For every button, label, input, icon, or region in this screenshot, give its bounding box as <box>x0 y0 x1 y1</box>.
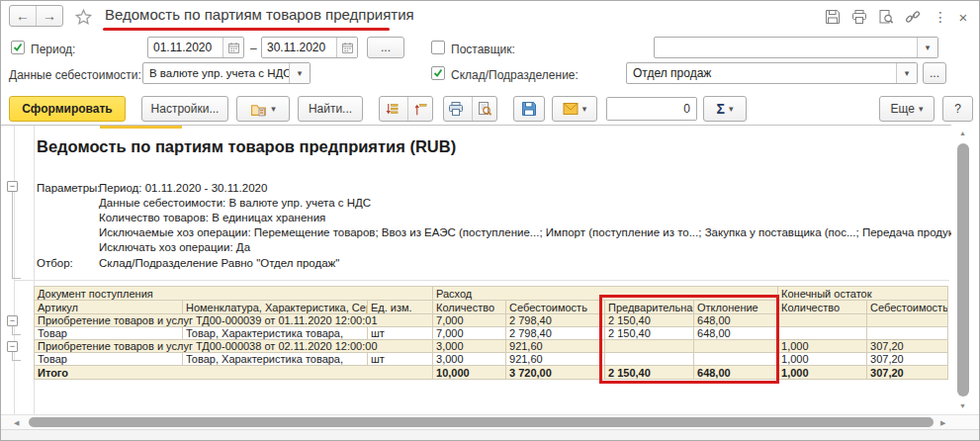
table-cell[interactable]: 7,000 <box>433 314 506 327</box>
horizontal-scrollbar-thumb[interactable] <box>29 417 934 427</box>
date-from-field[interactable] <box>147 37 244 58</box>
table-cell[interactable] <box>867 327 948 340</box>
help-button[interactable]: ? <box>942 96 973 122</box>
column-header[interactable]: Себестоимость <box>867 301 948 314</box>
table-cell[interactable]: 1,000 <box>778 366 867 380</box>
supplier-dropdown-button[interactable]: ▾ <box>917 38 937 57</box>
supplier-label: Поставщик: <box>451 43 515 56</box>
report-variants-button[interactable]: ▾ <box>236 96 290 122</box>
send-email-button[interactable]: ▾ <box>552 96 597 122</box>
find-button[interactable]: Найти... <box>298 96 363 122</box>
warehouse-combo[interactable]: Отдел продаж ▾ <box>626 62 918 84</box>
supplier-input[interactable] <box>655 38 917 57</box>
column-header[interactable]: Номенклатура, Характеристика, Серия <box>183 301 368 314</box>
save-result-button[interactable] <box>513 96 545 122</box>
period-more-button[interactable]: ... <box>367 37 404 58</box>
back-button[interactable]: ← <box>10 6 37 26</box>
autosum-button[interactable]: Σ ▾ <box>703 96 747 122</box>
column-header[interactable]: Ед. изм. <box>368 301 433 314</box>
column-header[interactable]: Себестоимость <box>506 301 605 314</box>
more-button[interactable]: Еще ▾ <box>879 96 935 122</box>
table-cell[interactable]: 2 798,40 <box>506 327 605 340</box>
table-cell[interactable]: 3,000 <box>433 353 506 366</box>
table-cell[interactable]: шт <box>368 327 433 340</box>
table-cell[interactable]: 7,000 <box>433 327 506 340</box>
scroll-up-icon[interactable]: ▲ <box>959 130 966 136</box>
sum-indicator[interactable] <box>606 97 697 121</box>
printer-icon <box>448 101 464 117</box>
table-cell[interactable] <box>778 327 867 340</box>
period-checkbox[interactable] <box>11 41 25 54</box>
print-window-button[interactable] <box>848 7 870 27</box>
table-cell[interactable]: 921,60 <box>506 340 605 353</box>
table-cell[interactable]: Товар, Характеристика товара, <box>183 353 368 366</box>
table-cell[interactable]: Приобретение товаров и услуг ТД00-000038… <box>35 340 433 353</box>
table-cell[interactable]: 3 720,00 <box>506 366 605 380</box>
date-from-input[interactable] <box>148 38 223 57</box>
table-cell[interactable]: 307,20 <box>867 340 948 353</box>
cost-data-combo[interactable]: В валюте упр. учета с НДС ▾ <box>142 62 311 84</box>
settings-button[interactable]: Настройки... <box>141 96 228 122</box>
check-icon <box>432 67 444 79</box>
table-cell[interactable]: Товар <box>35 353 183 366</box>
scroll-down-icon[interactable]: ▼ <box>959 402 966 409</box>
table-group-header[interactable]: Документ поступления <box>35 287 433 301</box>
favorite-button[interactable] <box>72 6 94 28</box>
table-group-header[interactable]: Конечный остаток <box>778 287 948 301</box>
collapse-group-button[interactable]: − <box>7 341 18 352</box>
collapse-group-button[interactable]: − <box>7 181 18 192</box>
cost-data-dropdown-button[interactable]: ▾ <box>289 63 310 83</box>
warehouse-checkbox[interactable] <box>431 66 445 80</box>
date-to-field[interactable] <box>261 37 358 58</box>
supplier-combo[interactable]: ▾ <box>654 37 938 58</box>
calendar-button[interactable] <box>223 38 243 57</box>
table-cell[interactable]: 3,000 <box>433 340 506 353</box>
table-cell[interactable]: Итого <box>35 366 433 380</box>
scroll-left-icon[interactable]: ◀ <box>14 419 19 427</box>
table-cell[interactable]: 1,000 <box>778 353 867 366</box>
chevron-down-icon: ▾ <box>271 104 276 114</box>
group-tree-line <box>12 192 13 278</box>
table-cell[interactable]: 1,000 <box>778 340 867 353</box>
warehouse-dropdown-button[interactable]: ▾ <box>896 63 917 83</box>
sum-value-input[interactable] <box>607 98 696 120</box>
warehouse-more-button[interactable]: ... <box>923 62 946 84</box>
vertical-scrollbar-thumb[interactable] <box>957 143 969 397</box>
print-preview-button[interactable] <box>472 97 496 121</box>
warehouse-value: Отдел продаж <box>627 63 896 83</box>
table-cell[interactable] <box>867 314 948 327</box>
table-cell[interactable]: шт <box>368 353 433 366</box>
collapse-group-button[interactable]: − <box>7 315 18 326</box>
window-menu-button[interactable]: ⋮ <box>930 7 951 27</box>
collapse-groups-button[interactable] <box>407 97 432 121</box>
filter-label: Отбор: <box>37 257 73 269</box>
table-cell[interactable] <box>778 314 867 327</box>
calendar-button[interactable] <box>336 38 357 57</box>
horizontal-scrollbar[interactable]: ◀ ▶ <box>1 414 980 429</box>
table-cell[interactable]: Товар, Характеристика товара, <box>183 327 368 340</box>
get-link-button[interactable] <box>902 7 924 27</box>
supplier-checkbox[interactable] <box>431 41 445 54</box>
scroll-right-icon[interactable]: ▶ <box>940 419 945 427</box>
expand-groups-button[interactable] <box>380 97 403 121</box>
table-cell[interactable]: 307,20 <box>867 366 948 380</box>
column-header[interactable]: Артикул <box>35 301 183 314</box>
close-button[interactable]: × <box>952 7 974 27</box>
date-to-input[interactable] <box>262 38 336 57</box>
preview-window-button[interactable] <box>875 7 897 27</box>
table-cell[interactable]: Товар <box>35 327 183 340</box>
print-button[interactable] <box>444 97 468 121</box>
vertical-scrollbar[interactable]: ▲ ▼ <box>952 129 974 413</box>
column-header[interactable]: Количество <box>433 301 506 314</box>
report-table: Документ поступленияРасходКонечный остат… <box>34 286 948 380</box>
table-cell[interactable]: Приобретение товаров и услуг ТД00-000039… <box>35 314 433 327</box>
forward-button[interactable]: → <box>37 6 62 26</box>
table-cell[interactable]: 2 798,40 <box>506 314 605 327</box>
table-cell[interactable]: 307,20 <box>867 353 948 366</box>
generate-label: Сформировать <box>22 102 112 116</box>
table-cell[interactable]: 10,000 <box>433 366 506 380</box>
save-window-button[interactable] <box>822 7 844 27</box>
table-cell[interactable]: 921,60 <box>506 353 605 366</box>
generate-button[interactable]: Сформировать <box>9 96 126 122</box>
column-header[interactable]: Количество <box>778 301 867 314</box>
